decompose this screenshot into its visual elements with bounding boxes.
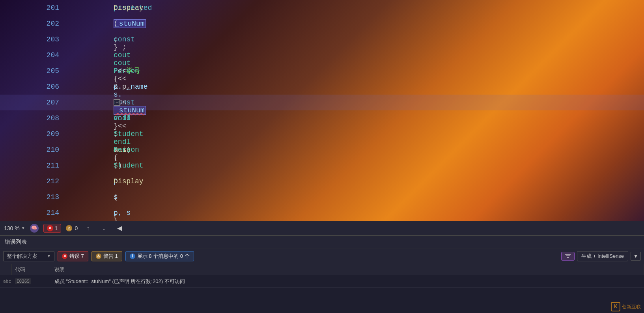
line-number: 214 (0, 205, 67, 221)
line-number: 201 (0, 0, 67, 16)
zoom-value: 130 % (4, 225, 20, 231)
warning-icon-filter: ⚠ (96, 253, 101, 259)
error-panel-header: 错误列表 (0, 236, 644, 248)
warning-count: 0 (75, 225, 78, 231)
abc-label: abc (3, 279, 11, 284)
func-name: Display (114, 4, 144, 12)
collapse-btn-main[interactable]: − (114, 99, 120, 106)
error-panel-title: 错误列表 (5, 238, 27, 246)
line-number: 209 (0, 126, 67, 142)
error-panel: 错误列表 整个解决方案 ▼ ✕ 错误 7 ⚠ 警告 1 i 展示 8 个消息中的… (0, 235, 644, 313)
line-number: 208 (0, 110, 67, 126)
filter-button[interactable] (561, 252, 575, 261)
nav-up-button[interactable]: ↑ (82, 223, 93, 234)
error-toolbar: 整个解决方案 ▼ ✕ 错误 7 ⚠ 警告 1 i 展示 8 个消息中的 0 个 (0, 248, 644, 264)
zoom-dropdown[interactable]: ▼ (21, 226, 25, 230)
watermark: K 创新互联 (611, 302, 641, 311)
info-btn-label: 展示 8 个消息中的 0 个 (137, 253, 190, 260)
scope-dropdown-arrow: ▼ (47, 254, 51, 258)
scope-select[interactable]: 整个解决方案 ▼ (3, 251, 54, 261)
error-table-header: 代码 说明 (0, 264, 644, 275)
scope-label: 整个解决方案 (7, 253, 37, 260)
watermark-logo: K (611, 302, 620, 311)
warning-icon: ⚠ (66, 225, 72, 231)
line-content: } (67, 181, 129, 221)
nav-down-button[interactable]: ↓ (98, 223, 109, 234)
error-badge[interactable]: ✕ 1 (43, 224, 62, 233)
nav-left-button[interactable]: ◀ (114, 223, 125, 234)
error-btn-label: 错误 7 (69, 253, 84, 260)
build-button[interactable]: 生成 + IntelliSense (577, 251, 628, 261)
line-number: 210 (0, 142, 67, 158)
punct: } (114, 217, 118, 221)
zoom-dropdown-arrow: ▼ (21, 226, 25, 230)
keyword-cout: cout (114, 59, 131, 67)
col-code-header: 代码 (12, 264, 51, 275)
line-number: 204 (0, 47, 67, 63)
error-row-1[interactable]: abc E0265 成员 "Student::_stuNum" (已声明 所在行… (0, 275, 644, 288)
info-icon-filter: i (130, 253, 135, 259)
col-desc-header: 说明 (51, 264, 644, 275)
editor-area: 201 protected : 202 int _stuNum ; // (0, 0, 644, 221)
warning-count-area: ⚠ 0 (66, 225, 78, 231)
error-type-icon: abc (0, 275, 12, 287)
watermark-text: 创新互联 (622, 304, 641, 310)
filter-icon (565, 253, 571, 259)
error-description: 成员 "Student::_stuNum" (已声明 所在行数:202) 不可访… (54, 278, 185, 285)
right-toolbar: 生成 + IntelliSense ▼ (561, 251, 641, 261)
error-icon-filter: ✕ (62, 253, 67, 259)
col-icon-header (0, 264, 12, 275)
error-table: abc E0265 成员 "Student::_stuNum" (已声明 所在行… (0, 275, 644, 313)
line-number: 206 (0, 79, 67, 95)
line-number: 213 (0, 189, 67, 205)
zoom-control: 130 % ▼ (4, 225, 25, 231)
status-bar: 130 % ▼ 🧠 ✕ 1 ⚠ 0 ↑ ↓ ◀ (0, 221, 644, 235)
error-icon-circle: ✕ (47, 225, 53, 231)
warning-filter-button[interactable]: ⚠ 警告 1 (91, 251, 122, 261)
line-number: 211 (0, 158, 67, 173)
line-number: 212 (0, 173, 67, 189)
error-code: E0265 (15, 278, 31, 284)
build-btn-label: 生成 + IntelliSense (581, 253, 624, 260)
info-filter-button[interactable]: i 展示 8 个消息中的 0 个 (125, 251, 194, 261)
line-number: 203 (0, 32, 67, 47)
code-panel: 201 protected : 202 int _stuNum ; // (0, 0, 644, 221)
line-number: 205 (0, 63, 67, 79)
line-number: 207 (0, 95, 67, 110)
error-description-cell: 成员 "Student::_stuNum" (已声明 所在行数:202) 不可访… (51, 275, 644, 287)
line-number: 202 (0, 16, 67, 32)
error-filter-button[interactable]: ✕ 错误 7 (58, 251, 88, 261)
build-dropdown-btn[interactable]: ▼ (631, 252, 641, 261)
warning-btn-label: 警告 1 (103, 253, 118, 260)
error-count: 1 (55, 225, 58, 231)
code-line-214: 214 } (0, 205, 644, 221)
error-code-cell: E0265 (12, 275, 51, 287)
intellisense-icon[interactable]: 🧠 (30, 224, 39, 233)
